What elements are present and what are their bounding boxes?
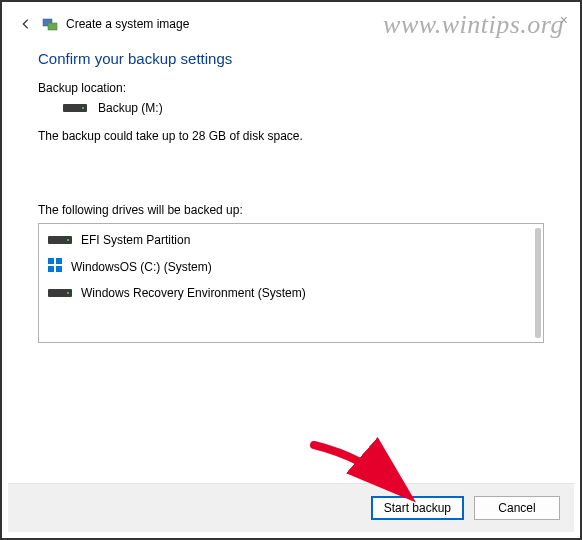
back-button[interactable] [18, 16, 34, 32]
drive-list: EFI System Partition WindowsOS (C:) (Sys… [38, 223, 544, 343]
svg-rect-6 [48, 258, 54, 264]
windows-icon [47, 257, 63, 276]
svg-rect-8 [48, 266, 54, 272]
svg-rect-7 [56, 258, 62, 264]
list-item: EFI System Partition [45, 228, 525, 252]
titlebar: Create a system image [8, 8, 574, 38]
svg-rect-1 [48, 23, 57, 30]
page-heading: Confirm your backup settings [38, 50, 544, 67]
backup-location-row: Backup (M:) [38, 101, 544, 115]
list-item: Windows Recovery Environment (System) [45, 281, 525, 305]
scrollbar[interactable] [535, 228, 541, 338]
svg-point-11 [67, 292, 69, 294]
backup-location-label: Backup location: [38, 81, 544, 95]
drive-name: WindowsOS (C:) (System) [71, 260, 212, 274]
svg-point-3 [82, 107, 84, 109]
drive-name: Windows Recovery Environment (System) [81, 286, 306, 300]
dialog-footer: Start backup Cancel [8, 483, 574, 532]
size-note: The backup could take up to 28 GB of dis… [38, 129, 544, 143]
list-item: WindowsOS (C:) (System) [45, 252, 525, 281]
system-image-icon [42, 16, 58, 32]
drive-name: EFI System Partition [81, 233, 190, 247]
svg-rect-9 [56, 266, 62, 272]
dialog-window: × Create a system image www.wintips.org … [8, 8, 574, 532]
drives-label: The following drives will be backed up: [38, 203, 544, 217]
close-button[interactable]: × [560, 12, 568, 28]
content-area: Confirm your backup settings Backup loca… [8, 38, 574, 483]
start-backup-button[interactable]: Start backup [371, 496, 464, 520]
hdd-icon [62, 101, 88, 115]
cancel-button[interactable]: Cancel [474, 496, 560, 520]
backup-location-value: Backup (M:) [98, 101, 163, 115]
hdd-icon [47, 286, 73, 300]
window-title: Create a system image [66, 17, 189, 31]
hdd-icon [47, 233, 73, 247]
svg-point-5 [67, 239, 69, 241]
